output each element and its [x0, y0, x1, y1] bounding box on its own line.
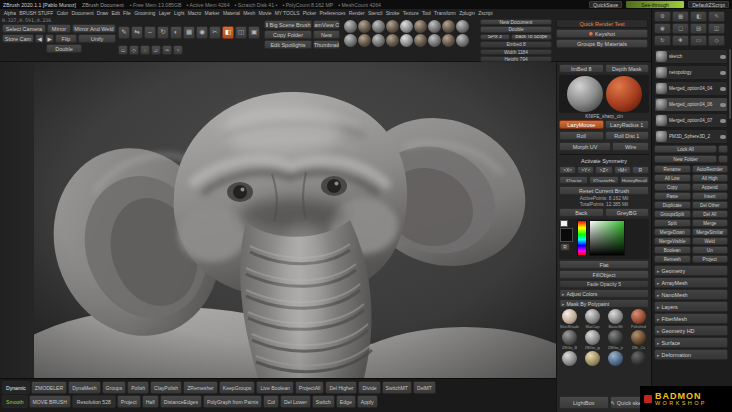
- quick-render-test-button[interactable]: Quick Render Test: [556, 19, 648, 28]
- thumbnail-button[interactable]: Thumbnail: [313, 40, 340, 49]
- bottombar-button[interactable]: KeepGroups: [219, 381, 256, 394]
- bottombar-button[interactable]: SwitchMT: [382, 381, 412, 394]
- material-item[interactable]: ZBr_Cv: [628, 330, 649, 350]
- toolbar-select-icon[interactable]: ▱: [151, 45, 161, 55]
- menu-item[interactable]: Macro: [186, 10, 203, 16]
- new-document-button[interactable]: New Document: [480, 19, 552, 25]
- adjust-colors-section[interactable]: Adjust Colors: [559, 289, 649, 298]
- spix-slider[interactable]: SPix 3: [480, 34, 510, 40]
- sphere-thumbnail[interactable]: [428, 34, 441, 47]
- sphere-thumbnail[interactable]: [414, 20, 427, 33]
- material-item[interactable]: ZBGo_js: [605, 330, 626, 350]
- material-item[interactable]: Polished: [628, 309, 649, 329]
- sphere-thumbnail[interactable]: [358, 20, 371, 33]
- menu-item[interactable]: MY TOOLS: [273, 10, 301, 16]
- mirror-and-weld-button[interactable]: Mirror And Weld: [72, 24, 116, 33]
- shelf-tool-icon[interactable]: ✚: [672, 35, 689, 46]
- bottombar-button[interactable]: PolyGraph from Paints: [203, 395, 262, 408]
- subtool-action-button[interactable]: Duplicate: [654, 201, 691, 209]
- sphere-thumbnail[interactable]: [386, 34, 399, 47]
- mask-by-polypaint-section[interactable]: Mask By Polypaint: [559, 299, 649, 308]
- subtool-action-button[interactable]: Append: [692, 183, 729, 191]
- shelf-tool-icon[interactable]: ▭: [690, 35, 707, 46]
- primary-color-swatch[interactable]: [560, 228, 573, 242]
- shelf-tool-icon[interactable]: ◉: [654, 23, 671, 34]
- toolbar-brush-icon[interactable]: ✎: [118, 26, 130, 39]
- toolbar-brush-icon[interactable]: ◧: [222, 26, 234, 39]
- bottombar-button[interactable]: Resolution 528: [72, 395, 116, 408]
- toolbar-brush-icon[interactable]: ▣: [248, 26, 260, 39]
- copy-folder-button[interactable]: Copy Folder: [264, 30, 312, 39]
- flip-button[interactable]: Flip: [55, 34, 77, 43]
- sphere-thumbnail[interactable]: [372, 34, 385, 47]
- secondary-color-swatch[interactable]: [560, 220, 568, 227]
- material-item[interactable]: [582, 351, 603, 366]
- see-through-slider[interactable]: See-through: [626, 1, 684, 8]
- zscript-button[interactable]: DefaultZScript: [688, 1, 729, 8]
- store-cam-button[interactable]: Store Cam: [2, 34, 34, 43]
- sphere-thumbnail[interactable]: [442, 20, 455, 33]
- mirror-button[interactable]: Mirror: [47, 24, 71, 33]
- toolbar-brush-icon[interactable]: ⇔: [144, 26, 156, 39]
- menu-item[interactable]: Document: [70, 10, 95, 16]
- bottombar-button[interactable]: ZMODELER: [31, 381, 67, 394]
- menu-item[interactable]: Stroke: [384, 10, 401, 16]
- scrollbar[interactable]: [729, 49, 731, 119]
- bottombar-button[interactable]: Smooth: [2, 395, 28, 408]
- lock-icon-button[interactable]: [718, 145, 728, 153]
- shelf-tool-icon[interactable]: ✎: [708, 11, 725, 22]
- double-mode-button[interactable]: Double: [480, 26, 552, 32]
- palette-section-header[interactable]: NanoMesh: [654, 289, 728, 300]
- menu-item[interactable]: Draw: [95, 10, 110, 16]
- menu-item[interactable]: File: [121, 10, 132, 16]
- bottombar-button[interactable]: Edge: [336, 395, 356, 408]
- roll-dist-slider[interactable]: Roll Dist 1: [605, 131, 650, 140]
- sphere-thumbnail[interactable]: [442, 34, 455, 47]
- bottombar-button[interactable]: Del Lower: [280, 395, 311, 408]
- menu-item[interactable]: Edit: [110, 10, 122, 16]
- bottombar-button[interactable]: Switch: [312, 395, 335, 408]
- toolbar-brush-icon[interactable]: ▦: [183, 26, 195, 39]
- shelf-tool-icon[interactable]: ◇: [708, 35, 725, 46]
- material-item[interactable]: ZBGo_B: [559, 330, 580, 350]
- subtool-item[interactable]: Merged_option04_06: [654, 97, 728, 112]
- menu-item[interactable]: Picker: [301, 10, 318, 16]
- bottombar-button[interactable]: DelMT: [413, 381, 436, 394]
- fade-opacity-slider[interactable]: Fade Opacity 5: [559, 280, 649, 288]
- visibility-eye-icon[interactable]: [720, 71, 726, 75]
- select-camera-dropdown[interactable]: Select Camera: [2, 24, 46, 33]
- visibility-eye-icon[interactable]: [720, 135, 726, 139]
- palette-section-header[interactable]: FiberMesh: [654, 313, 728, 324]
- subtool-action-button[interactable]: Un: [692, 246, 729, 254]
- subtool-action-button[interactable]: GroupsSplit: [654, 210, 691, 218]
- back-to-scope-button[interactable]: Back To Scope: [511, 34, 552, 40]
- big-scene-brush-toggle[interactable]: Big Scene Brush: [264, 20, 312, 29]
- shelf-tool-icon[interactable]: ◫: [708, 23, 725, 34]
- subtool-item[interactable]: PM3D_Sphere3D_2: [654, 129, 728, 144]
- double-button[interactable]: Double: [46, 44, 82, 53]
- subtool-action-button[interactable]: Copy: [654, 183, 691, 191]
- subtool-item[interactable]: Merged_option04_04: [654, 81, 728, 96]
- palette-section-header[interactable]: ArrayMesh: [654, 277, 728, 288]
- sphere-thumbnail[interactable]: [400, 34, 413, 47]
- lightbox-button[interactable]: LightBox: [559, 396, 609, 409]
- subtool-action-button[interactable]: MergeDown: [654, 228, 691, 236]
- subtool-action-button[interactable]: Del Other: [692, 201, 729, 209]
- toolbar-brush-icon[interactable]: ◉: [196, 26, 208, 39]
- subtool-action-button[interactable]: All Low: [654, 174, 691, 182]
- palette-section-header[interactable]: Deformation: [654, 349, 728, 360]
- visibility-eye-icon[interactable]: [720, 103, 726, 107]
- menu-item[interactable]: Preferences: [318, 10, 347, 16]
- sculpt-canvas[interactable]: [34, 62, 556, 378]
- toolbar-select-icon[interactable]: ○: [140, 45, 150, 55]
- subtool-action-button[interactable]: Split: [654, 219, 691, 227]
- prev-cam-arrow-icon[interactable]: ◀: [35, 34, 44, 43]
- fill-object-button[interactable]: FillObject: [559, 270, 649, 279]
- symmetry-axis-button[interactable]: >Z<: [595, 166, 612, 174]
- shelf-tool-icon[interactable]: ⚙: [654, 11, 671, 22]
- next-cam-arrow-icon[interactable]: ▶: [45, 34, 54, 43]
- subtool-item[interactable]: sketch: [654, 49, 728, 64]
- new-folder-button[interactable]: New Folder: [654, 155, 717, 163]
- subtool-action-button[interactable]: Rename: [654, 165, 691, 173]
- embed-slider[interactable]: Embed 8: [480, 41, 552, 47]
